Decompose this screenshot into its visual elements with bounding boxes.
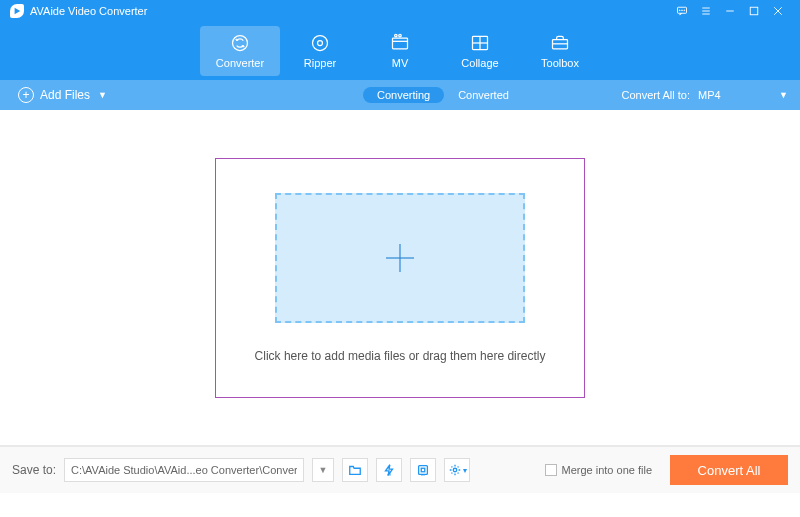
feedback-icon[interactable] bbox=[670, 0, 694, 22]
drop-zone[interactable]: Click here to add media files or drag th… bbox=[215, 158, 585, 398]
content-area: Click here to add media files or drag th… bbox=[0, 110, 800, 445]
main-navbar: Converter Ripper MV Collage Toolbox bbox=[0, 22, 800, 80]
nav-label: Converter bbox=[216, 57, 264, 69]
svg-rect-15 bbox=[393, 38, 408, 49]
save-path-input[interactable] bbox=[64, 458, 304, 482]
checkbox-icon bbox=[545, 464, 557, 476]
svg-text:on: on bbox=[421, 473, 425, 477]
action-bar: + Add Files ▼ Converting Converted Conve… bbox=[0, 80, 800, 110]
svg-point-17 bbox=[399, 34, 402, 37]
convert-all-to-value: MP4 bbox=[698, 89, 721, 101]
nav-label: Toolbox bbox=[541, 57, 579, 69]
save-path-dropdown[interactable]: ▼ bbox=[312, 458, 334, 482]
svg-point-4 bbox=[684, 10, 685, 11]
maximize-icon[interactable] bbox=[742, 0, 766, 22]
open-folder-icon[interactable] bbox=[342, 458, 368, 482]
svg-point-3 bbox=[682, 10, 683, 11]
nav-label: Ripper bbox=[304, 57, 336, 69]
nav-toolbox[interactable]: Toolbox bbox=[520, 26, 600, 76]
convert-all-button[interactable]: Convert All bbox=[670, 455, 788, 485]
app-title: AVAide Video Converter bbox=[30, 5, 147, 17]
nav-label: Collage bbox=[461, 57, 498, 69]
nav-label: MV bbox=[392, 57, 409, 69]
bottom-bar: Save to: ▼ off on ▾ Merge into one file … bbox=[0, 445, 800, 493]
convert-all-to-label: Convert All to: bbox=[622, 89, 690, 101]
drop-zone-inner bbox=[275, 193, 525, 323]
chevron-down-icon: ▼ bbox=[779, 90, 788, 100]
gpu-icon[interactable]: on bbox=[410, 458, 436, 482]
nav-converter[interactable]: Converter bbox=[200, 26, 280, 76]
close-icon[interactable] bbox=[766, 0, 790, 22]
add-files-label: Add Files bbox=[40, 88, 90, 102]
svg-point-14 bbox=[318, 41, 323, 46]
bottom-spacer bbox=[0, 493, 800, 517]
minimize-icon[interactable] bbox=[718, 0, 742, 22]
menu-icon[interactable] bbox=[694, 0, 718, 22]
lightning-icon[interactable]: off bbox=[376, 458, 402, 482]
conversion-tabs: Converting Converted bbox=[363, 87, 523, 103]
convert-all-format-selector[interactable]: Convert All to: MP4 ▼ bbox=[622, 89, 788, 101]
svg-point-16 bbox=[395, 34, 398, 37]
merge-label: Merge into one file bbox=[562, 464, 653, 476]
svg-point-30 bbox=[453, 468, 457, 472]
svg-rect-28 bbox=[421, 468, 425, 472]
nav-mv[interactable]: MV bbox=[360, 26, 440, 76]
app-logo-icon bbox=[10, 4, 24, 18]
svg-rect-9 bbox=[750, 7, 758, 15]
save-to-label: Save to: bbox=[12, 463, 56, 477]
chevron-down-icon: ▼ bbox=[98, 90, 107, 100]
svg-point-12 bbox=[233, 36, 248, 51]
drop-zone-text: Click here to add media files or drag th… bbox=[255, 349, 546, 363]
svg-text:off: off bbox=[387, 473, 391, 477]
add-files-button[interactable]: + Add Files ▼ bbox=[12, 85, 113, 105]
plus-icon bbox=[380, 238, 420, 278]
merge-checkbox[interactable]: Merge into one file bbox=[545, 464, 653, 476]
plus-circle-icon: + bbox=[18, 87, 34, 103]
tab-converted[interactable]: Converted bbox=[444, 87, 523, 103]
tab-converting[interactable]: Converting bbox=[363, 87, 444, 103]
titlebar: AVAide Video Converter bbox=[0, 0, 800, 22]
svg-marker-0 bbox=[15, 8, 21, 14]
settings-icon[interactable]: ▾ bbox=[444, 458, 470, 482]
svg-point-2 bbox=[679, 10, 680, 11]
svg-point-13 bbox=[313, 36, 328, 51]
nav-ripper[interactable]: Ripper bbox=[280, 26, 360, 76]
nav-collage[interactable]: Collage bbox=[440, 26, 520, 76]
